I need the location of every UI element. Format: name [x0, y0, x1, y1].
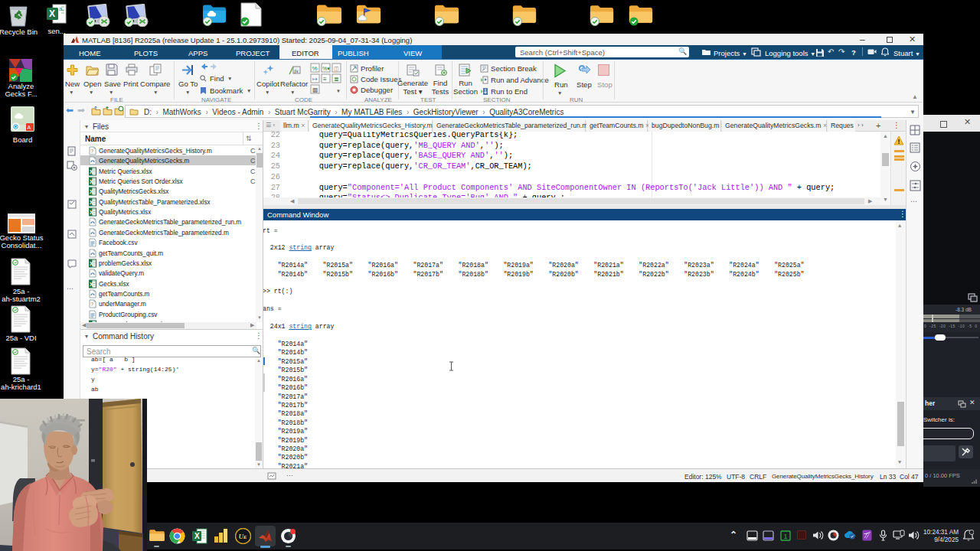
svg-text:%▾: %▾ — [322, 66, 330, 71]
svg-text:%: % — [312, 65, 318, 72]
svg-text:≡: ≡ — [323, 76, 327, 83]
svg-text:A: A — [28, 125, 31, 130]
svg-text:X: X — [49, 8, 55, 19]
svg-text:▼: ▼ — [336, 89, 341, 93]
svg-text:▩: ▩ — [312, 86, 318, 93]
svg-text:↦: ↦ — [312, 76, 318, 83]
svg-text:≣: ≣ — [334, 76, 339, 83]
svg-text:X: X — [194, 532, 200, 540]
svg-text:Uᴇ: Uᴇ — [239, 533, 247, 540]
svg-text:fx: fx — [295, 68, 299, 74]
svg-text:1: 1 — [784, 533, 788, 540]
svg-text:◫: ◫ — [334, 66, 339, 71]
svg-text:a,: a, — [59, 5, 64, 12]
